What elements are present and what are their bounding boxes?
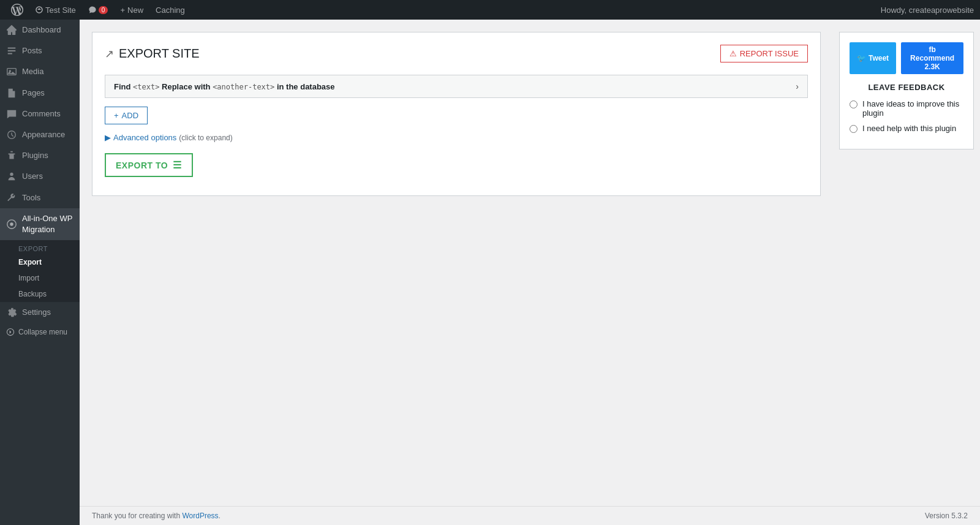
hamburger-icon: ☰ (173, 159, 182, 171)
tools-label: Tools (22, 192, 40, 203)
submenu-backups[interactable]: Backups (0, 286, 80, 302)
sidebar-item-appearance[interactable]: Appearance (0, 124, 80, 145)
settings-label: Settings (22, 307, 51, 318)
plugins-label: Plugins (22, 150, 48, 161)
sidebar-item-pages[interactable]: Pages (0, 83, 80, 104)
site-name-label: Test Site (45, 6, 76, 15)
caching-button[interactable]: Caching (151, 0, 190, 20)
migration-submenu: Export Export Import Backups (0, 240, 80, 302)
new-button[interactable]: + New (115, 0, 148, 20)
comments-label: Comments (22, 108, 61, 119)
media-icon (6, 66, 17, 77)
svg-point-4 (10, 173, 13, 176)
admin-bar: Test Site 0 + New Caching Howdy, createa… (0, 0, 980, 20)
add-plus-icon: + (114, 111, 119, 120)
tools-icon (6, 192, 17, 203)
sidebar-item-users[interactable]: Users (0, 166, 80, 187)
recommend-button[interactable]: fb Recommend 2.3K (901, 42, 963, 74)
pages-icon (6, 88, 17, 99)
sidebar-item-media[interactable]: Media (0, 61, 80, 82)
chevron-right-icon: › (796, 81, 799, 91)
comments-icon (88, 6, 97, 14)
recommend-label: fb Recommend 2.3K (907, 45, 957, 71)
radio-ideas-label: I have ideas to improve this plugin (862, 99, 963, 118)
radio-ideas-input[interactable] (850, 100, 858, 108)
tweet-label: Tweet (869, 54, 889, 62)
twitter-icon: 🐦 (857, 54, 866, 62)
export-page-title: EXPORT SITE (119, 47, 200, 61)
admin-menu: Dashboard Posts Media Pages Comments App… (0, 20, 80, 525)
export-header: ↗ EXPORT SITE ⚠ REPORT ISSUE (105, 45, 808, 62)
site-name-button[interactable]: Test Site (31, 0, 81, 20)
sidebar-item-dashboard[interactable]: Dashboard (0, 20, 80, 40)
main-content: ↗ EXPORT SITE ⚠ REPORT ISSUE Find <t (80, 20, 833, 506)
media-label: Media (22, 66, 43, 77)
collapse-menu-label: Collapse menu (18, 328, 67, 336)
comments-count: 0 (99, 6, 108, 14)
sidebar-item-comments[interactable]: Comments (0, 104, 80, 124)
find-replace-row[interactable]: Find <text> Replace with <another-text> … (105, 75, 808, 98)
tweet-button[interactable]: 🐦 Tweet (850, 42, 896, 74)
report-issue-button[interactable]: ⚠ REPORT ISSUE (720, 45, 808, 62)
sidebar-item-tools[interactable]: Tools (0, 187, 80, 208)
settings-icon (6, 307, 17, 318)
pages-label: Pages (22, 88, 45, 99)
radio-help-label: I need help with this plugin (862, 124, 956, 133)
howdy-text: Howdy, createaprowebsite (881, 6, 974, 15)
wordpress-link[interactable]: WordPress (182, 512, 218, 520)
export-to-label: EXPORT TO (116, 161, 168, 170)
appearance-label: Appearance (22, 129, 65, 140)
collapse-menu-button[interactable]: Collapse menu (0, 323, 80, 341)
comments-menu-icon (6, 108, 17, 119)
advanced-options-link[interactable]: ▶ Advanced options (click to expand) (105, 133, 808, 142)
find-replace-text: Find <text> Replace with <another-text> … (114, 82, 335, 91)
radio-ideas-option: I have ideas to improve this plugin (850, 99, 963, 118)
comments-button[interactable]: 0 (83, 0, 113, 20)
users-icon (6, 171, 17, 182)
social-buttons: 🐦 Tweet fb Recommend 2.3K (850, 42, 963, 74)
submenu-section-label: Export (0, 240, 80, 254)
add-label: ADD (122, 111, 138, 120)
posts-label: Posts (22, 45, 42, 56)
right-sidebar: 🐦 Tweet fb Recommend 2.3K LEAVE FEEDBACK… (833, 20, 980, 506)
advanced-options-label: Advanced options (113, 133, 176, 142)
export-to-button[interactable]: EXPORT TO ☰ (105, 153, 193, 177)
users-label: Users (22, 171, 43, 182)
submenu-import[interactable]: Import (0, 270, 80, 286)
leave-feedback-title: LEAVE FEEDBACK (850, 83, 963, 92)
footer-thanks: Thank you for creating with WordPress. (92, 512, 221, 520)
arrow-right-icon: ▶ (105, 133, 111, 142)
collapse-icon (6, 328, 15, 336)
migration-icon (6, 219, 17, 230)
sidebar-item-plugins[interactable]: Plugins (0, 145, 80, 166)
advanced-options-hint: (click to expand) (179, 134, 232, 142)
wp-logo-button[interactable] (6, 0, 28, 20)
sidebar-item-allinone[interactable]: All-in-One WP Migration (0, 208, 80, 240)
sidebar-item-posts[interactable]: Posts (0, 40, 80, 61)
new-label: New (127, 6, 143, 15)
dashboard-label: Dashboard (22, 25, 61, 36)
export-icon: ↗ (105, 47, 114, 61)
home-icon (36, 6, 43, 13)
report-issue-label: REPORT ISSUE (740, 49, 799, 58)
version-text: Version 5.3.2 (925, 512, 968, 520)
radio-help-option: I need help with this plugin (850, 124, 963, 133)
wp-logo-icon (11, 4, 23, 16)
radio-help-input[interactable] (850, 125, 858, 133)
allinone-label: All-in-One WP Migration (22, 213, 74, 235)
footer: Thank you for creating with WordPress. V… (80, 506, 980, 525)
add-button[interactable]: + ADD (105, 107, 148, 124)
appearance-icon (6, 129, 17, 140)
export-panel: ↗ EXPORT SITE ⚠ REPORT ISSUE Find <t (92, 32, 821, 196)
submenu-export[interactable]: Export (0, 254, 80, 270)
svg-point-6 (10, 222, 13, 225)
export-title: ↗ EXPORT SITE (105, 47, 200, 61)
caching-label: Caching (156, 6, 185, 15)
feedback-panel: 🐦 Tweet fb Recommend 2.3K LEAVE FEEDBACK… (839, 32, 974, 149)
new-icon: + (120, 6, 125, 15)
advanced-options-row: ▶ Advanced options (click to expand) (105, 133, 808, 142)
posts-icon (6, 45, 17, 56)
sidebar-item-settings[interactable]: Settings (0, 302, 80, 323)
warning-icon: ⚠ (729, 49, 737, 58)
plugins-icon (6, 150, 17, 161)
